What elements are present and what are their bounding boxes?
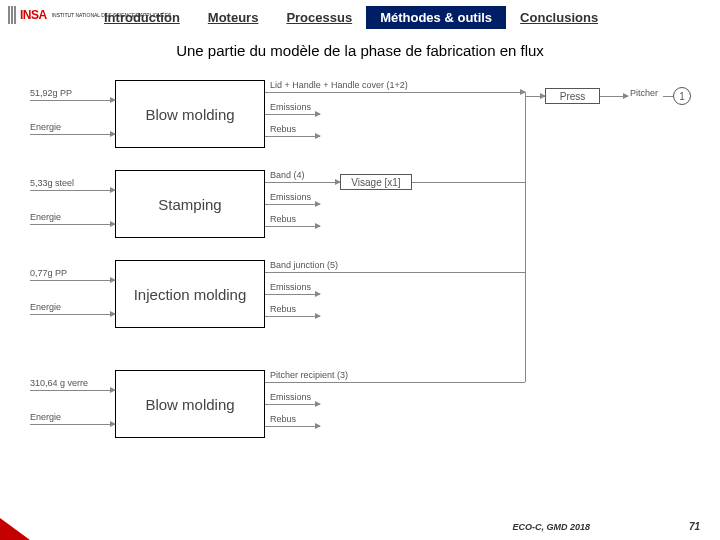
p3-input1: 0,77g PP [30,268,67,278]
p3-output3: Rebus [270,304,296,314]
p2-input1: 5,33g steel [30,178,74,188]
slide-subtitle: Une partie du modèle de la phase de fabr… [0,42,720,59]
p1-output1: Lid + Handle + Handle cover (1+2) [270,80,408,90]
p4-output3: Rebus [270,414,296,424]
tab-introduction[interactable]: Introduction [90,7,194,28]
p4-output2: Emissions [270,392,311,402]
process-injection-molding: Injection molding [115,260,265,328]
p2-input2: Energie [30,212,61,222]
p4-output1: Pitcher recipient (3) [270,370,348,380]
p1-output3: Rebus [270,124,296,134]
logo-text: INSA [20,8,47,22]
process-blow-molding-1: Blow molding [115,80,265,148]
tab-methodes-outils[interactable]: Méthodes & outils [366,6,506,29]
visage-box: Visage [x1] [340,174,412,190]
logo-bars-icon [8,6,16,24]
p2-output1: Band (4) [270,170,305,180]
p4-input1: 310,64 g verre [30,378,88,388]
process-stamping: Stamping [115,170,265,238]
p2-output2: Emissions [270,192,311,202]
footer-conference: ECO-C, GMD 2018 [512,522,590,532]
tab-moteurs[interactable]: Moteurs [194,7,273,28]
tab-conclusions[interactable]: Conclusions [506,7,612,28]
p1-output2: Emissions [270,102,311,112]
nav-tabs: Introduction Moteurs Processus Méthodes … [90,6,612,29]
circle-1: 1 [673,87,691,105]
flow-diagram: Blow molding 51,92g PP Energie Lid + Han… [30,70,690,490]
corner-decoration [0,518,30,540]
process-blow-molding-2: Blow molding [115,370,265,438]
p4-input2: Energie [30,412,61,422]
p1-input2: Energie [30,122,61,132]
press-box: Press [545,88,600,104]
p2-output3: Rebus [270,214,296,224]
footer-page-number: 71 [689,521,700,532]
pitcher-label: Pitcher [630,88,658,98]
p3-output2: Emissions [270,282,311,292]
p1-input1: 51,92g PP [30,88,72,98]
p3-input2: Energie [30,302,61,312]
p3-output1: Band junction (5) [270,260,338,270]
tab-processus[interactable]: Processus [272,7,366,28]
